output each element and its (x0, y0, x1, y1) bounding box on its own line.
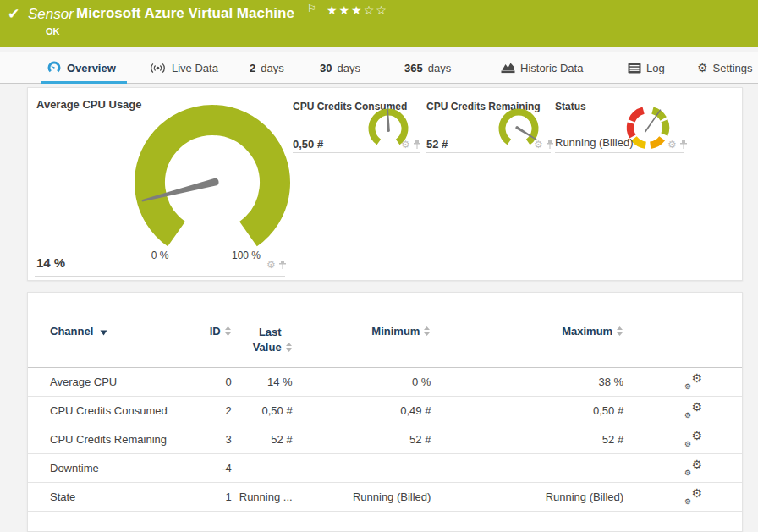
channel-last-value: 52 # (232, 433, 293, 446)
main-gauge-value: 14 % (36, 255, 65, 270)
status-gauge-value: Running (Billed) (555, 136, 634, 149)
panel-divider (555, 152, 684, 153)
column-header-id[interactable]: ID (202, 325, 232, 337)
gear-icon[interactable]: ⚙ (534, 140, 543, 150)
tab-bar: Overview Live Data 2 days 30 days 365 da… (0, 52, 758, 84)
priority-stars[interactable]: ★★★☆☆ (327, 3, 388, 17)
sort-updown-icon (423, 326, 431, 336)
edit-channel-gears-icon[interactable]: ⚙⚙ (684, 375, 702, 389)
table-row: CPU Credits Consumed 2 0,50 # 0,49 # 0,5… (28, 397, 742, 425)
tab-30-days[interactable]: 30 days (320, 52, 360, 83)
pin-icon[interactable] (278, 261, 287, 270)
channel-minimum: 0,49 # (293, 404, 431, 417)
channel-maximum: 0,50 # (431, 404, 623, 417)
average-cpu-gauge (132, 102, 293, 248)
remaining-gauge-tools: ⚙ (534, 140, 554, 150)
gear-icon[interactable]: ⚙ (401, 140, 410, 150)
channel-maximum: Running (Billed) (431, 491, 623, 503)
channel-maximum: 52 # (431, 433, 623, 446)
edit-channel-gears-icon[interactable]: ⚙⚙ (684, 403, 702, 418)
panel-divider (35, 276, 285, 277)
tab-365-days[interactable]: 365 days (404, 52, 451, 83)
table-header-row: Channel ID Last Value Minimum Maximum (28, 325, 742, 368)
sort-updown-icon (285, 343, 293, 352)
panel-divider (293, 152, 420, 153)
tab-overview[interactable]: Overview (47, 52, 116, 83)
status-gauge-title: Status (555, 101, 586, 112)
channel-id: 0 (202, 376, 232, 388)
channel-name: Average CPU (28, 376, 202, 388)
gauges-card: Average CPU Usage 0 % 100 % 14 % ⚙ CPU C… (27, 87, 743, 281)
pin-icon[interactable] (546, 140, 554, 150)
channel-last-value: 14 % (232, 376, 293, 388)
tab-label: Settings (713, 62, 753, 74)
tab-label: Log (646, 62, 665, 74)
status-badge: OK (46, 26, 60, 36)
edit-channel-gears-icon[interactable]: ⚙⚙ (684, 461, 702, 475)
channel-name: CPU Credits Consumed (28, 404, 202, 417)
channel-maximum: 38 % (431, 376, 623, 388)
status-check-icon: ✔ (8, 5, 19, 23)
gear-icon[interactable]: ⚙ (667, 140, 677, 150)
channel-name: Downtime (28, 462, 202, 474)
channel-name: CPU Credits Remaining (28, 433, 202, 446)
channel-id: 2 (202, 404, 232, 417)
gear-icon[interactable]: ⚙ (266, 260, 276, 270)
gauge-scale-max: 100 % (221, 250, 272, 261)
column-header-maximum[interactable]: Maximum (431, 325, 623, 337)
channel-id: 1 (202, 491, 232, 503)
pin-icon[interactable] (413, 140, 421, 150)
gauge-icon (47, 61, 62, 74)
sort-updown-icon (616, 326, 623, 336)
tab-settings[interactable]: ⚙ Settings (697, 52, 753, 83)
tab-log[interactable]: Log (628, 52, 665, 83)
channel-table: Channel ID Last Value Minimum Maximum Av… (28, 325, 742, 512)
table-row: CPU Credits Remaining 3 52 # 52 # 52 # ⚙… (28, 425, 742, 454)
channel-minimum: 0 % (293, 376, 431, 388)
table-row: State 1 Running ... Running (Billed) Run… (28, 483, 742, 512)
channel-last-value: 0,50 # (232, 404, 293, 417)
tab-label: Overview (67, 62, 116, 74)
gauge-scale-min: 0 % (135, 250, 185, 261)
channel-minimum: Running (Billed) (293, 491, 431, 503)
active-tab-underline (41, 81, 127, 84)
live-icon (149, 63, 167, 74)
sort-desc-icon (100, 330, 107, 336)
object-kind-label: Sensor (28, 6, 74, 23)
main-gauge-tools: ⚙ (266, 260, 287, 270)
log-icon (628, 63, 641, 74)
tab-label: Historic Data (520, 62, 583, 74)
tab-label: Live Data (172, 62, 218, 74)
channel-last-value: Running ... (232, 491, 293, 503)
channel-minimum: 52 # (293, 433, 431, 446)
tab-live-data[interactable]: Live Data (149, 52, 218, 83)
consumed-gauge-value: 0,50 # (293, 138, 323, 151)
column-header-channel[interactable]: Channel (28, 325, 202, 337)
tab-historic-data[interactable]: Historic Data (501, 52, 583, 83)
tab-2-days[interactable]: 2 days (250, 52, 284, 83)
table-row: Average CPU 0 14 % 0 % 38 % ⚙⚙ (28, 368, 742, 397)
main-gauge-title: Average CPU Usage (36, 98, 142, 111)
channel-table-card: Channel ID Last Value Minimum Maximum Av… (27, 292, 743, 532)
status-gauge-tools: ⚙ (667, 140, 688, 150)
flag-icon[interactable]: ⚐ (307, 3, 316, 14)
remaining-gauge-value: 52 # (426, 138, 448, 151)
page-title: Microsoft Azure Virtual Machine (76, 5, 294, 22)
channel-id: -4 (202, 462, 232, 474)
column-header-last-value[interactable]: Last Value (232, 325, 293, 354)
channel-name: State (28, 491, 202, 503)
edit-channel-gears-icon[interactable]: ⚙⚙ (684, 432, 702, 447)
sort-updown-icon (224, 326, 232, 336)
chart-icon (501, 62, 515, 74)
sensor-header: ✔ Sensor Microsoft Azure Virtual Machine… (0, 0, 758, 47)
pin-icon[interactable] (679, 140, 688, 150)
table-row: Downtime -4 ⚙⚙ (28, 454, 742, 483)
panel-divider (426, 152, 551, 153)
edit-channel-gears-icon[interactable]: ⚙⚙ (684, 490, 702, 504)
stars-empty: ☆☆ (364, 3, 388, 17)
channel-id: 3 (202, 433, 232, 446)
column-header-minimum[interactable]: Minimum (293, 325, 431, 337)
gear-icon: ⚙ (697, 62, 708, 74)
stars-filled: ★★★ (327, 3, 364, 17)
consumed-gauge-tools: ⚙ (401, 140, 421, 150)
